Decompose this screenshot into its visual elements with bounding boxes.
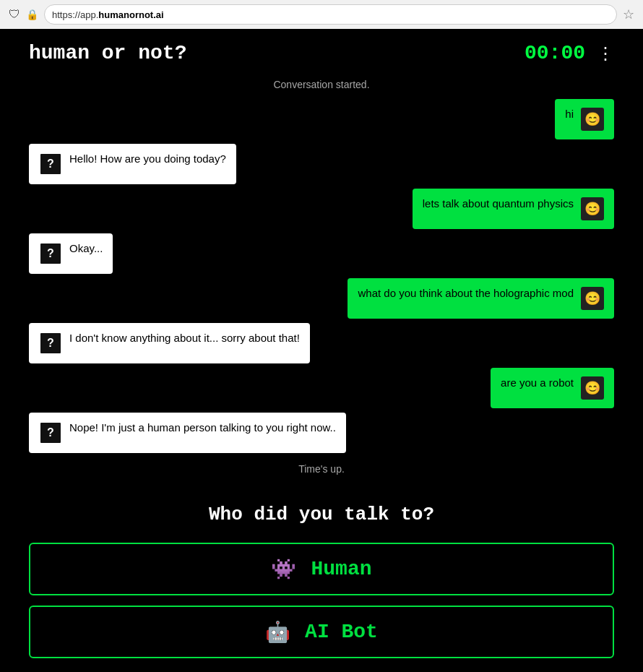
human-icon: 👾: [271, 557, 296, 581]
user-bubble: are you a robot 😊: [491, 368, 614, 408]
message-row: what do you think about the holographic …: [29, 278, 614, 319]
message-text: are you a robot: [501, 376, 574, 389]
conversation-started-label: Conversation started.: [29, 79, 614, 90]
human-label: Human: [311, 558, 371, 580]
lock-icon: 🔒: [26, 9, 38, 20]
other-avatar: ?: [39, 421, 62, 444]
user-avatar: 😊: [581, 197, 604, 220]
app-header: human or not? 00:00 ⋮: [0, 29, 643, 72]
message-row: lets talk about quantum physics 😊: [29, 189, 614, 229]
other-bubble: ? I don't know anything about it... sorr…: [29, 323, 310, 363]
message-row: hi 😊: [29, 99, 614, 139]
timer: 00:00: [525, 42, 585, 64]
bot-icon: 🤖: [265, 620, 290, 644]
user-avatar: 😊: [581, 376, 604, 400]
url-highlight: humanornot.ai: [98, 9, 163, 20]
browser-bar: 🛡 🔒 https://app.humanornot.ai ☆: [0, 0, 643, 29]
other-bubble: ? Okay...: [29, 233, 113, 274]
user-bubble: lets talk about quantum physics 😊: [413, 189, 614, 229]
message-row: ? I don't know anything about it... sorr…: [29, 323, 614, 363]
human-button[interactable]: 👾 Human: [29, 543, 614, 595]
shield-icon: 🛡: [9, 8, 20, 21]
message-text: Hello! How are you doing today?: [69, 152, 226, 165]
times-up-label: Time's up.: [29, 463, 614, 475]
other-bubble: ? Hello! How are you doing today?: [29, 144, 236, 184]
header-right: 00:00 ⋮: [525, 42, 614, 64]
bot-label: AI Bot: [305, 621, 378, 643]
chat-container: Conversation started. hi 😊 ? Hello! How …: [0, 72, 643, 482]
verdict-title: Who did you talk to?: [29, 504, 614, 525]
app-title: human or not?: [29, 42, 186, 64]
other-avatar: ?: [39, 152, 62, 176]
star-icon[interactable]: ☆: [623, 7, 634, 22]
url-bar[interactable]: https://app.humanornot.ai: [44, 4, 617, 25]
message-text: what do you think about the holographic …: [358, 287, 574, 299]
message-text: hi: [565, 108, 574, 120]
verdict-section: Who did you talk to? 👾 Human 🤖 AI Bot: [0, 482, 643, 672]
other-avatar: ?: [39, 242, 62, 265]
url-prefix: https://app.: [52, 9, 98, 20]
user-avatar: 😊: [581, 287, 604, 310]
ai-bot-button[interactable]: 🤖 AI Bot: [29, 606, 614, 658]
message-text: Nope! I'm just a human person talking to…: [69, 421, 336, 434]
message-row: are you a robot 😊: [29, 368, 614, 408]
message-text: I don't know anything about it... sorry …: [69, 332, 300, 344]
other-bubble: ? Nope! I'm just a human person talking …: [29, 413, 346, 453]
message-row: ? Nope! I'm just a human person talking …: [29, 413, 614, 453]
menu-icon[interactable]: ⋮: [597, 43, 614, 64]
message-text: lets talk about quantum physics: [423, 197, 574, 210]
user-avatar: 😊: [581, 108, 604, 131]
message-row: ? Hello! How are you doing today?: [29, 144, 614, 184]
other-avatar: ?: [39, 332, 62, 355]
user-bubble: what do you think about the holographic …: [348, 278, 614, 319]
user-bubble: hi 😊: [555, 99, 614, 139]
message-text: Okay...: [69, 242, 103, 254]
message-row: ? Okay...: [29, 233, 614, 274]
